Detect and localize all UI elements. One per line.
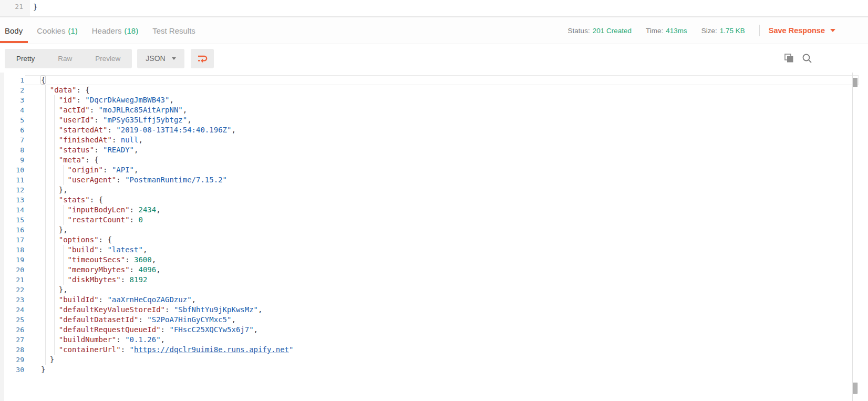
tab-headers-label: Headers	[92, 26, 122, 35]
json-token: :	[161, 325, 170, 334]
tab-test-results[interactable]: Test Results	[152, 17, 195, 44]
line-content: "containerUrl": "https://dqclr9uimi8e.ru…	[25, 345, 859, 355]
code-line: 6 "startedAt": "2019-08-13T14:54:40.196Z…	[0, 125, 868, 135]
json-token: : {	[99, 235, 112, 244]
pretty-view-button[interactable]: Pretty	[5, 49, 46, 68]
line-content: {	[25, 75, 859, 85]
line-content: "startedAt": "2019-08-13T14:54:40.196Z",	[25, 125, 859, 135]
scrollbar-thumb-bottom[interactable]	[853, 383, 857, 394]
json-token: :	[99, 245, 108, 254]
line-content: "status": "READY",	[25, 145, 859, 155]
code-line: 29 }	[0, 355, 868, 365]
tab-cookies[interactable]: Cookies (1)	[37, 17, 78, 44]
indent-guide	[45, 245, 46, 255]
tab-body[interactable]: Body	[5, 17, 23, 44]
indent-guide	[45, 175, 46, 185]
search-button[interactable]	[802, 53, 812, 64]
json-token	[41, 116, 59, 124]
format-dropdown[interactable]: JSON	[137, 49, 184, 68]
code-line: 12 },	[0, 185, 868, 195]
json-token	[41, 96, 59, 104]
code-line: 21 "diskMbytes": 8192	[0, 275, 868, 285]
code-line: 9 "meta": {	[0, 155, 868, 165]
json-token: "2019-08-13T14:54:40.196Z"	[116, 126, 231, 134]
save-response-button[interactable]: Save Response	[769, 26, 835, 35]
json-token: :	[125, 255, 134, 264]
status-label: Status:	[568, 27, 590, 35]
cookies-count-badge: (1)	[68, 26, 77, 35]
json-token	[41, 106, 59, 114]
indent-guide	[63, 265, 64, 275]
container-url-link[interactable]: https://dqclr9uimi8e.runs.apify.net	[134, 345, 289, 354]
code-line: 22 },	[0, 285, 868, 295]
indent-guide	[54, 135, 55, 145]
indent-guide	[54, 125, 55, 135]
indent-guide	[45, 255, 46, 265]
indent-guide	[45, 195, 46, 205]
scrollbar-thumb[interactable]	[853, 78, 857, 87]
line-content: },	[25, 285, 859, 295]
code-tools	[784, 53, 812, 64]
json-token	[41, 146, 59, 154]
json-token: ,	[258, 305, 262, 314]
json-key: "startedAt"	[59, 126, 108, 134]
json-token: {	[41, 76, 45, 84]
editor-left-margin	[0, 73, 4, 401]
time-label: Time:	[646, 27, 663, 35]
json-key: "timeoutSecs"	[68, 255, 126, 264]
indent-guide	[45, 125, 46, 135]
wrap-text-button[interactable]	[191, 49, 214, 68]
code-line: 24 "defaultKeyValueStoreId": "SbfNhtYu9j…	[0, 305, 868, 315]
indent-guide	[45, 185, 46, 195]
json-token: "latest"	[107, 245, 142, 254]
indent-guide	[54, 205, 55, 215]
line-content: "diskMbytes": 8192	[25, 275, 859, 285]
json-token: : {	[85, 156, 98, 164]
json-key: "buildNumber"	[59, 335, 117, 344]
json-token: 0	[138, 215, 142, 224]
indent-guide	[54, 215, 55, 225]
line-content: "memoryMbytes": 4096,	[25, 265, 859, 275]
json-key: "finishedAt"	[59, 136, 112, 144]
json-token: ,	[161, 335, 165, 344]
indent-guide	[45, 85, 46, 95]
json-token	[41, 196, 59, 204]
json-token: ,	[254, 325, 258, 334]
code-line: 8 "status": "READY",	[0, 145, 868, 155]
tab-test-results-label: Test Results	[152, 26, 195, 35]
json-key: "stats"	[59, 196, 90, 204]
json-key: "options"	[59, 235, 99, 244]
code-line: 3 "id": "DqcrDkAwegJmBWB43",	[0, 95, 868, 105]
line-content: "buildId": "aaXrnHeCqoZAGDzuz",	[25, 295, 859, 305]
line-content: "data": {	[25, 85, 859, 95]
json-token: ,	[156, 265, 160, 274]
raw-view-button[interactable]: Raw	[46, 49, 84, 68]
tab-body-label: Body	[5, 26, 23, 35]
indent-guide	[54, 305, 55, 315]
json-token: :	[138, 315, 147, 324]
indent-guide	[45, 335, 46, 345]
json-token: :	[165, 305, 174, 314]
request-editor-line[interactable]: }	[30, 0, 37, 16]
json-token	[41, 345, 59, 354]
json-token: :	[107, 126, 116, 134]
json-token: 3600	[134, 255, 152, 264]
copy-button[interactable]	[784, 54, 794, 63]
scrollbar-track[interactable]	[852, 73, 853, 401]
json-token: :	[99, 295, 108, 304]
time-value: 413ms	[666, 27, 687, 35]
indent-guide	[54, 325, 55, 335]
json-token: }	[50, 355, 54, 364]
json-token: "PostmanRuntime/7.15.2"	[125, 176, 227, 184]
preview-view-button[interactable]: Preview	[84, 49, 132, 68]
indent-guide	[45, 165, 46, 175]
indent-guide	[45, 205, 46, 215]
indent-guide	[54, 155, 55, 165]
line-content: }	[25, 365, 859, 375]
indent-guide	[45, 145, 46, 155]
json-token: :	[76, 96, 85, 104]
tab-headers[interactable]: Headers (18)	[92, 17, 138, 44]
code-line: 7 "finishedAt": null,	[0, 135, 868, 145]
code-line: 28 "containerUrl": "https://dqclr9uimi8e…	[0, 345, 868, 355]
json-token	[41, 136, 59, 144]
